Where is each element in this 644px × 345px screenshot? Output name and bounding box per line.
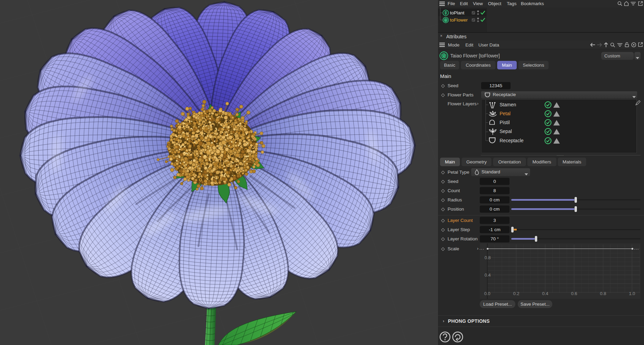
svg-text:0.4: 0.4 — [542, 291, 548, 296]
svg-text:0.2: 0.2 — [513, 291, 519, 296]
svg-text:0.8: 0.8 — [600, 291, 606, 296]
svg-text:0.4: 0.4 — [485, 273, 491, 278]
svg-text:0.8: 0.8 — [485, 255, 491, 260]
svg-text:1.0: 1.0 — [629, 291, 635, 296]
svg-text:0.6: 0.6 — [571, 291, 577, 296]
svg-text:0.0: 0.0 — [484, 291, 490, 296]
